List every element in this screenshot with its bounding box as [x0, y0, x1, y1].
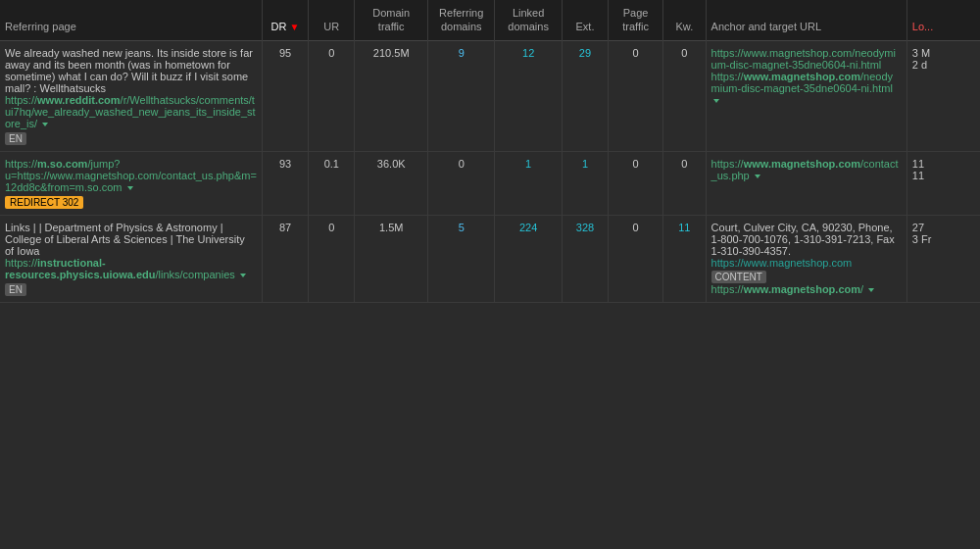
first-last-cell-2: 11 11: [906, 151, 980, 215]
ext-cell-1: 29: [562, 40, 608, 151]
table-row: Links | | Department of Physics & Astron…: [0, 215, 980, 302]
table-row: https://m.so.com/jump?u=https://www.magn…: [0, 151, 980, 215]
url-expand-icon-2[interactable]: [127, 186, 133, 190]
col-header-dr[interactable]: DR ▼: [262, 0, 308, 40]
ur-cell-2: 0.1: [309, 151, 355, 215]
ext-cell-3: 328: [562, 215, 608, 302]
anchor-url2-3[interactable]: https://www.magnetshop.com/: [711, 283, 863, 295]
language-badge-1: EN: [5, 132, 26, 145]
col-header-first-last[interactable]: Lo...: [906, 0, 980, 40]
dr-cell-1: 95: [262, 40, 308, 151]
table-row: We already washed new jeans. Its inside …: [0, 40, 980, 151]
anchor-url2-1[interactable]: https://www.magnetshop.com/neodymium-dis…: [711, 71, 893, 94]
kw-cell-3: 11: [663, 215, 707, 302]
anchor-expand-icon-3[interactable]: [868, 288, 874, 292]
ur-cell-3: 0: [309, 215, 355, 302]
kw-cell-2: 0: [663, 151, 707, 215]
anchor-url1-3[interactable]: https://www.magnetshop.com: [711, 257, 853, 269]
domain-traffic-cell-2: 36.0K: [355, 151, 428, 215]
linked-domains-cell-3: 224: [495, 215, 562, 302]
anchor-cell-1: https://www.magnetshop.com/neodymium-dis…: [706, 40, 906, 151]
col-header-page-traffic[interactable]: Page traffic: [609, 0, 663, 40]
domain-traffic-cell-3: 1.5M: [355, 215, 428, 302]
anchor-expand-icon-2[interactable]: [755, 175, 760, 178]
first-last-label: Lo...: [912, 21, 933, 32]
url-expand-icon-3[interactable]: [240, 274, 246, 277]
dr-cell-2: 93: [262, 151, 308, 215]
ur-cell-1: 0: [309, 40, 355, 151]
page-traffic-cell-1: 0: [609, 40, 663, 151]
referring-domains-cell-3: 5: [428, 215, 495, 302]
col-header-kw[interactable]: Kw.: [663, 0, 707, 40]
page-description-1: We already washed new jeans. Its inside …: [5, 47, 253, 94]
linked-domains-cell-1: 12: [495, 40, 562, 151]
language-badge-3: EN: [5, 283, 26, 296]
first-last-cell-1: 3 M 2 d: [906, 40, 980, 151]
referring-domains-cell-1: 9: [428, 40, 495, 151]
kw-cell-1: 0: [663, 40, 707, 151]
page-url-3[interactable]: https://instructional-resources.physics.…: [5, 257, 235, 280]
linked-domains-cell-2: 1: [495, 151, 562, 215]
domain-traffic-cell-1: 210.5M: [355, 40, 428, 151]
anchor-cell-2: https://www.magnetshop.com/contact_us.ph…: [706, 151, 906, 215]
anchor-text-3: Court, Culver City, CA, 90230, Phone, 1-…: [711, 222, 895, 257]
ext-cell-2: 1: [562, 151, 608, 215]
col-header-referring-domains[interactable]: Referring domains: [428, 0, 495, 40]
page-description-3: Links | | Department of Physics & Astron…: [5, 222, 245, 257]
anchor-url1-1[interactable]: https://www.magnetshop.com/neodymium-dis…: [711, 47, 896, 71]
referring-domains-cell-2: 0: [428, 151, 495, 215]
col-header-referring-page[interactable]: Referring page: [0, 0, 262, 40]
col-header-ur[interactable]: UR: [309, 0, 355, 40]
sort-icon: ▼: [290, 22, 300, 32]
redirect-badge-2: REDIRECT 302: [5, 196, 83, 209]
anchor-cell-3: Court, Culver City, CA, 90230, Phone, 1-…: [706, 215, 906, 302]
referring-page-cell-1: We already washed new jeans. Its inside …: [0, 40, 262, 151]
anchor-url1-2[interactable]: https://www.magnetshop.com/contact_us.ph…: [711, 158, 899, 181]
page-traffic-cell-2: 0: [609, 151, 663, 215]
col-header-linked-domains[interactable]: Linked domains: [495, 0, 562, 40]
first-last-cell-3: 27 3 Fr: [906, 215, 980, 302]
col-header-anchor-url[interactable]: Anchor and target URL: [706, 0, 906, 40]
referring-page-cell-2: https://m.so.com/jump?u=https://www.magn…: [0, 151, 262, 215]
col-header-domain-traffic[interactable]: Domain traffic: [355, 0, 428, 40]
dr-cell-3: 87: [262, 215, 308, 302]
anchor-expand-icon-1[interactable]: [713, 99, 719, 103]
content-badge-3: CONTENT: [711, 271, 766, 283]
page-traffic-cell-3: 0: [609, 215, 663, 302]
col-header-ext[interactable]: Ext.: [562, 0, 608, 40]
url-expand-icon-1[interactable]: [42, 123, 48, 126]
referring-page-cell-3: Links | | Department of Physics & Astron…: [0, 215, 262, 302]
